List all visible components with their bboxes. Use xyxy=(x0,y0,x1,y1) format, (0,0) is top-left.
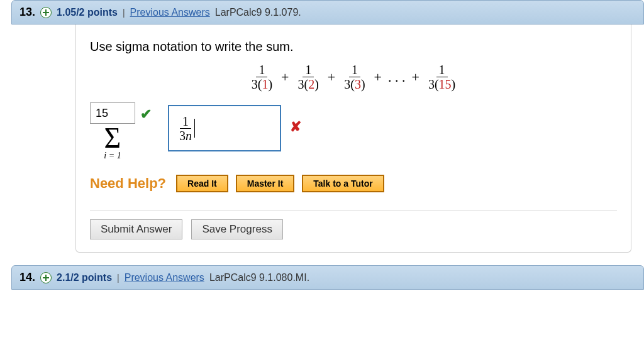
x-icon: ✘ xyxy=(290,119,301,135)
sigma-block: 15 Σ i = 1 xyxy=(90,102,135,161)
points-label: 1.05/2 points xyxy=(57,7,118,18)
question-prompt: Use sigma notation to write the sum. xyxy=(90,40,617,54)
fraction-term-2: 1 3(2) xyxy=(295,63,321,91)
check-icon: ✔ xyxy=(140,106,152,123)
question-header: 13. 1.05/2 points | Previous Answers Lar… xyxy=(11,0,644,25)
fraction-term-3: 1 3(3) xyxy=(341,63,367,91)
header-divider: | xyxy=(117,273,119,283)
expression-input[interactable]: 1 3n xyxy=(168,105,281,151)
question-header: 14. 2.1/2 points | Previous Answers LarP… xyxy=(11,265,644,290)
plus-icon[interactable] xyxy=(40,7,52,18)
plus-sign: + xyxy=(328,69,335,85)
sum-expression: 1 3(1) + 1 3(2) + 1 3(3) + . . . + 1 3(1… xyxy=(90,63,617,91)
ellipsis: . . . xyxy=(388,69,406,85)
points-label: 2.1/2 points xyxy=(57,272,112,283)
talk-to-tutor-button[interactable]: Talk to a Tutor xyxy=(302,175,384,192)
master-it-button[interactable]: Master It xyxy=(236,175,295,192)
plus-sign: + xyxy=(281,69,289,85)
plus-sign: + xyxy=(412,69,419,85)
plus-sign: + xyxy=(374,69,382,85)
question-number: 14. xyxy=(19,271,35,284)
save-progress-button[interactable]: Save Progress xyxy=(191,219,283,239)
previous-answers-link[interactable]: Previous Answers xyxy=(125,272,204,283)
question-13: 13. 1.05/2 points | Previous Answers Lar… xyxy=(0,0,644,253)
fraction-term-1: 1 3(1) xyxy=(249,63,275,91)
upper-bound-input[interactable]: 15 xyxy=(90,102,135,124)
textbook-ref: LarPCalc9 9.1.080.MI. xyxy=(209,272,309,283)
need-help-label: Need Help? xyxy=(90,175,166,192)
header-divider: | xyxy=(123,8,125,18)
lower-bound: i = 1 xyxy=(104,151,121,161)
answer-row: 15 Σ i = 1 ✔ 1 3n ✘ xyxy=(90,102,617,161)
read-it-button[interactable]: Read It xyxy=(176,175,228,192)
question-number: 13. xyxy=(19,6,35,19)
fraction-term-last: 1 3(15) xyxy=(426,63,458,91)
plus-icon[interactable] xyxy=(40,272,52,283)
question-body: Use sigma notation to write the sum. 1 3… xyxy=(75,25,631,253)
submit-answer-button[interactable]: Submit Answer xyxy=(90,219,182,239)
textbook-ref: LarPCalc9 9.1.079. xyxy=(215,7,301,18)
sigma-symbol: Σ xyxy=(104,125,121,151)
text-cursor xyxy=(194,119,195,138)
question-14: 14. 2.1/2 points | Previous Answers LarP… xyxy=(0,265,644,290)
help-row: Need Help? Read It Master It Talk to a T… xyxy=(90,175,617,192)
answer-fraction: 1 3n xyxy=(177,114,194,143)
previous-answers-link[interactable]: Previous Answers xyxy=(130,7,210,18)
action-row: Submit Answer Save Progress xyxy=(90,210,617,239)
